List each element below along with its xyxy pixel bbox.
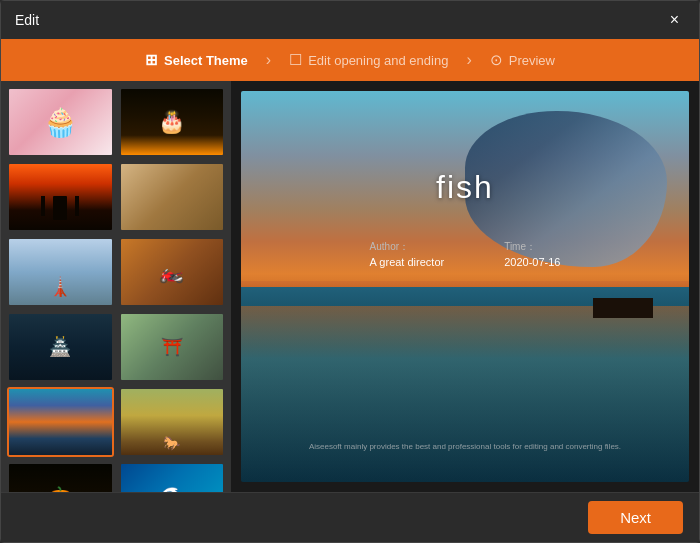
time-col: Time： 2020-07-16: [504, 240, 560, 268]
step-bar: ⊞ Select Theme › ☐ Edit opening and endi…: [1, 39, 699, 81]
main-content: 🧁 🎂: [1, 81, 699, 492]
step-edit-opening[interactable]: ☐ Edit opening and ending: [273, 39, 464, 81]
next-button[interactable]: Next: [588, 501, 683, 534]
author-col: Author： A great director: [370, 240, 445, 268]
time-label: Time：: [504, 240, 536, 254]
author-label: Author：: [370, 240, 409, 254]
thumbnails-grid: 🧁 🎂: [7, 87, 225, 492]
theme-thumbnail-3[interactable]: [7, 162, 114, 232]
preview-panel: fish Author： A great director Time： 2020…: [231, 81, 699, 492]
preview-title: fish: [436, 169, 494, 206]
preview-card: fish Author： A great director Time： 2020…: [241, 91, 689, 482]
step-separator-1: ›: [266, 51, 271, 69]
preview-meta: Author： A great director Time： 2020-07-1…: [370, 240, 561, 268]
theme-thumbnail-9[interactable]: [7, 387, 114, 457]
edit-window: Edit × ⊞ Select Theme › ☐ Edit opening a…: [0, 0, 700, 543]
theme-thumbnail-10[interactable]: 🐎: [119, 387, 226, 457]
thumbnails-panel: 🧁 🎂: [1, 81, 231, 492]
title-bar: Edit ×: [1, 1, 699, 39]
theme-thumbnail-5[interactable]: 🗼: [7, 237, 114, 307]
theme-thumbnail-11[interactable]: 🎃: [7, 462, 114, 492]
preview-background: [241, 91, 689, 482]
theme-thumbnail-2[interactable]: 🎂: [119, 87, 226, 157]
step-preview[interactable]: ⊙ Preview: [474, 39, 571, 81]
edit-opening-icon: ☐: [289, 51, 302, 69]
step-edit-opening-label: Edit opening and ending: [308, 53, 448, 68]
preview-pier: [593, 298, 653, 318]
footer: Next: [1, 492, 699, 542]
theme-thumbnail-12[interactable]: 🌊: [119, 462, 226, 492]
step-preview-label: Preview: [509, 53, 555, 68]
time-value: 2020-07-16: [504, 256, 560, 268]
theme-thumbnail-8[interactable]: ⛩️: [119, 312, 226, 382]
theme-thumbnail-6[interactable]: 🏍️: [119, 237, 226, 307]
close-button[interactable]: ×: [664, 10, 685, 30]
step-separator-2: ›: [466, 51, 471, 69]
select-theme-icon: ⊞: [145, 51, 158, 69]
preview-water-reflection: [241, 306, 689, 482]
preview-icon: ⊙: [490, 51, 503, 69]
step-select-theme[interactable]: ⊞ Select Theme: [129, 39, 264, 81]
window-title: Edit: [15, 12, 39, 28]
theme-thumbnail-1[interactable]: 🧁: [7, 87, 114, 157]
theme-thumbnail-4[interactable]: [119, 162, 226, 232]
theme-thumbnail-7[interactable]: 🏯: [7, 312, 114, 382]
step-select-theme-label: Select Theme: [164, 53, 248, 68]
author-value: A great director: [370, 256, 445, 268]
preview-footer-text: Aiseesoft mainly provides the best and p…: [309, 442, 621, 451]
